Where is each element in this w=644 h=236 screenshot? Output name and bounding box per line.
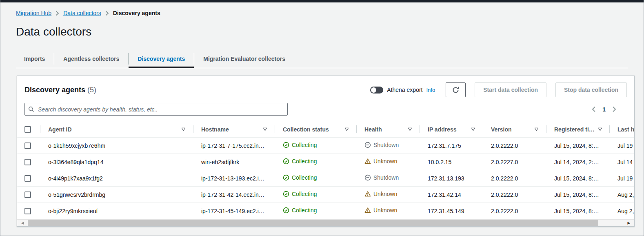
filter-icon[interactable] [263, 127, 267, 131]
filter-icon[interactable] [598, 127, 602, 131]
discovery-agents-panel: Discovery agents (5) Athena export Info [17, 76, 635, 227]
tab-label: Imports [24, 56, 45, 62]
ip-address-value: 172.31.45.149 [428, 208, 464, 214]
stop-data-collection-button[interactable]: Stop data collection [555, 82, 627, 97]
collection-status-cell: Collecting [275, 203, 356, 219]
filter-icon[interactable] [181, 127, 186, 131]
registered-time-cell: Jul 15, 2024, 8:… [546, 187, 609, 203]
column-header-health: Health [356, 121, 420, 138]
page-title: Data collectors [16, 25, 628, 38]
tab-migration-evaluator-collectors[interactable]: Migration Evaluator collectors [194, 50, 294, 68]
tab-bar: Imports Agentless collectors Discovery a… [16, 50, 628, 68]
version-value: 2.0.2227.0 [491, 159, 518, 165]
hostname-value: ip-172-31-7-175.ec2.in… [201, 142, 264, 149]
breadcrumb-link-migration-hub[interactable]: Migration Hub [16, 10, 51, 16]
version-value: 2.0.2222.0 [491, 208, 518, 214]
filter-icon[interactable] [534, 127, 539, 131]
filter-icon[interactable] [344, 127, 349, 131]
scroll-left-button[interactable]: ◀ [17, 220, 28, 226]
last-health-cell: Jul 19 [609, 170, 634, 187]
tab-discovery-agents[interactable]: Discovery agents [129, 50, 194, 68]
version-cell: 2.0.2222.0 [483, 170, 546, 187]
row-select-cell [17, 203, 40, 219]
info-link[interactable]: Info [426, 87, 435, 93]
registered-time-cell: Jul 15, 2024, 8:… [546, 203, 609, 219]
agent-id-cell: o-51gnwesrv2brdrmbg [40, 187, 193, 203]
collection-status-label: Collecting [292, 158, 317, 165]
pagination-next-button[interactable] [612, 106, 616, 112]
search-icon [28, 106, 34, 112]
registered-time-value: Jul 15, 2024, 8:… [554, 175, 599, 182]
collection-status-label: Collecting [292, 174, 317, 181]
column-header-hostname: Hostname [193, 121, 275, 138]
column-label: Version [491, 126, 512, 133]
filter-icon[interactable] [471, 127, 475, 131]
horizontal-scrollbar[interactable]: ◀ ▶ [17, 219, 634, 226]
scrollbar-track[interactable] [598, 220, 624, 226]
page-content: Migration Hub Data collectors Discovery … [0, 10, 644, 227]
row-checkbox[interactable] [24, 175, 31, 182]
tab-imports[interactable]: Imports [16, 50, 54, 68]
breadcrumb: Migration Hub Data collectors Discovery … [16, 10, 628, 16]
health-cell: Shutdown [356, 170, 420, 187]
agent-id-value: o-3l364e89qla1dpq14 [48, 159, 103, 165]
pagination-prev-button[interactable] [592, 106, 596, 112]
row-checkbox[interactable] [24, 159, 31, 165]
pagination-current-page[interactable]: 1 [602, 106, 606, 113]
breadcrumb-link-data-collectors[interactable]: Data collectors [63, 10, 101, 16]
refresh-button[interactable] [446, 82, 466, 97]
filter-icon[interactable] [408, 127, 412, 131]
scroll-right-button[interactable]: ▶ [624, 220, 634, 226]
column-label: Last h [617, 126, 634, 133]
panel-actions: Athena export Info Start data collection… [370, 82, 627, 97]
panel-title-text: Discovery agents [24, 86, 85, 94]
agent-id-cell: o-bji22ry9mkrsxieuf [40, 203, 193, 219]
athena-export-toggle[interactable] [370, 87, 383, 94]
table-row: o-3l364e89qla1dpq14win-eh2sdfjfkrkCollec… [17, 154, 634, 170]
collection-status-label: Collecting [292, 207, 317, 214]
hostname-cell: ip-172-31-7-175.ec2.in… [193, 138, 275, 154]
ip-address-cell: 172.31.13.193 [420, 170, 483, 187]
hostname-cell: win-eh2sdfjfkrk [193, 154, 275, 170]
row-checkbox[interactable] [24, 208, 31, 214]
start-data-collection-button[interactable]: Start data collection [475, 82, 546, 97]
registered-time-value: Jul 14, 2024, 2:… [554, 159, 599, 165]
table-header-row: Agent ID Hostname Collection status Heal… [17, 121, 634, 138]
hostname-value: ip-172-31-13-193.ec2.i… [201, 175, 264, 182]
check-circle-icon [283, 158, 289, 165]
refresh-icon [452, 86, 460, 94]
last-health-value: Jul 19 [617, 175, 633, 182]
agent-id-value: o-4i49p1k7xaa9x1fg2 [48, 175, 103, 182]
app-window: Migration Hub Data collectors Discovery … [0, 0, 644, 236]
warning-triangle-icon [364, 191, 371, 197]
collection-status-cell: Collecting [275, 187, 356, 203]
row-checkbox[interactable] [24, 142, 31, 149]
search-input[interactable] [37, 106, 284, 113]
ip-address-value: 172.31.13.193 [428, 175, 464, 182]
ip-address-cell: 172.31.7.175 [420, 138, 483, 154]
check-circle-icon [283, 142, 289, 148]
minus-circle-icon [364, 142, 371, 148]
table-row: o-bji22ry9mkrsxieufip-172-31-45-149.ec2.… [17, 203, 634, 219]
select-all-checkbox[interactable] [24, 126, 31, 133]
chevron-right-icon [105, 11, 109, 16]
registered-time-cell: Jul 15, 2024, 8:… [546, 170, 609, 187]
scrollbar-thumb[interactable] [28, 220, 598, 226]
check-circle-icon [283, 207, 289, 214]
last-health-value: Jul 14 [617, 159, 633, 165]
row-select-cell [17, 154, 40, 170]
hostname-value: win-eh2sdfjfkrk [201, 159, 239, 165]
agent-id-cell: o-3l364e89qla1dpq14 [40, 154, 193, 170]
registered-time-cell: Jul 14, 2024, 2:… [546, 154, 609, 170]
table-row: o-4i49p1k7xaa9x1fg2ip-172-31-13-193.ec2.… [17, 170, 634, 187]
discovery-agents-table: Agent ID Hostname Collection status Heal… [17, 121, 634, 219]
table-row: o-1k1h59xcjyxb7e6hmip-172-31-7-175.ec2.i… [17, 138, 634, 154]
row-checkbox[interactable] [24, 191, 31, 198]
collection-status-label: Collecting [292, 142, 317, 148]
registered-time-value: Jul 15, 2024, 8:… [554, 208, 599, 214]
tab-label: Discovery agents [138, 56, 185, 62]
agent-id-cell: o-4i49p1k7xaa9x1fg2 [40, 170, 193, 187]
ip-address-cell: 172.31.45.149 [420, 203, 483, 219]
version-cell: 2.0.2222.0 [483, 138, 546, 154]
tab-agentless-collectors[interactable]: Agentless collectors [54, 50, 128, 68]
